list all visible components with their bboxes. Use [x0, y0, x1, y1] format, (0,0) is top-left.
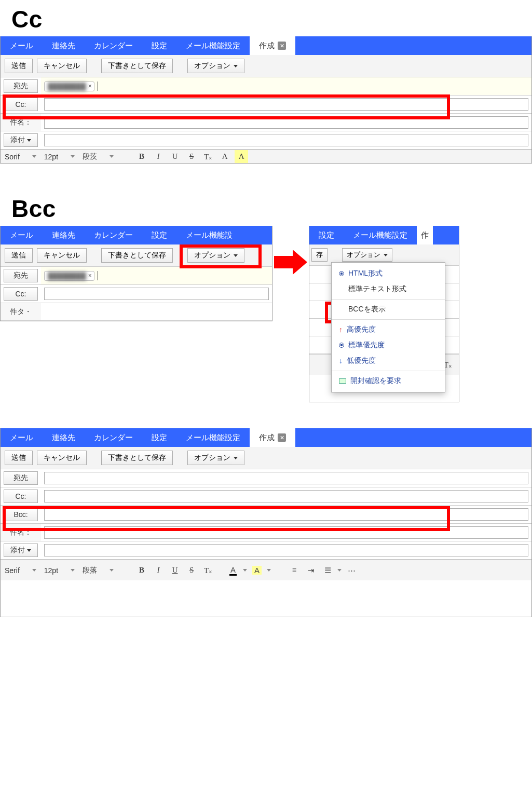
bg-color-button[interactable]: A [250, 564, 264, 577]
cc-input[interactable] [44, 288, 269, 300]
menu-normal-priority[interactable]: 標準優先度 [332, 337, 445, 353]
cancel-button[interactable]: キャンセル [37, 248, 87, 263]
bcc-button[interactable]: Bcc: [4, 508, 38, 521]
cc-button[interactable]: Cc: [4, 490, 38, 503]
row-attach: 添付 [1, 131, 531, 150]
strike-button[interactable]: S [185, 564, 198, 577]
size-select[interactable]: 12pt [44, 566, 79, 575]
underline-button[interactable]: U [168, 150, 182, 164]
bold-button[interactable]: B [135, 564, 148, 577]
close-icon[interactable]: ✕ [278, 433, 286, 442]
attach-input[interactable] [44, 134, 528, 146]
recipient-chip-text: ████████ [48, 272, 86, 280]
font-select[interactable]: Serif [5, 566, 41, 575]
bold-button[interactable]: B [135, 150, 148, 164]
tab-contacts[interactable]: 連絡先 [43, 428, 85, 447]
para-select[interactable]: 段茨 [83, 152, 118, 161]
save-draft-button[interactable]: 下書きとして保存 [101, 248, 173, 263]
send-button[interactable]: 送信 [5, 248, 33, 263]
tab-contacts[interactable]: 連絡先 [43, 226, 85, 244]
attach-input[interactable] [44, 544, 528, 556]
subject-input[interactable] [44, 116, 528, 129]
tab-compose[interactable]: 作成 ✕ [250, 428, 295, 447]
attach-button[interactable]: 添付 [4, 544, 38, 557]
cc-input[interactable] [44, 490, 528, 502]
tab-mail-func[interactable]: メール機能設定 [176, 428, 250, 447]
tab-mail-func-cut[interactable]: メール機能設 [176, 226, 242, 244]
para-select[interactable]: 段落 [83, 566, 118, 575]
italic-button[interactable]: I [152, 564, 165, 577]
send-button[interactable]: 送信 [5, 59, 33, 73]
bg-color-button[interactable]: A [235, 150, 248, 164]
tab-bar: 設定 メール機能設定 作 [309, 226, 459, 244]
recipient-chip[interactable]: ████████ × [44, 81, 94, 91]
options-button[interactable]: オプション [187, 59, 244, 73]
indent-button[interactable]: ⇥ [304, 564, 318, 577]
tab-compose-cut[interactable]: 作 [417, 226, 433, 244]
chevron-down-icon[interactable] [243, 569, 247, 572]
cc-input[interactable] [44, 98, 528, 111]
tab-mail[interactable]: メール [1, 226, 43, 244]
tab-mail-func[interactable]: メール機能設定 [176, 36, 250, 55]
to-input[interactable] [44, 472, 528, 484]
menu-high-priority[interactable]: ↑ 高優先度 [332, 322, 445, 337]
clear-format-button[interactable]: Tₓ [201, 564, 215, 577]
editor-toolbar: Serif 12pt 段落 B I U S Tₓ A A ≡ ⇥ ☰ ⋯ [1, 560, 531, 580]
size-select[interactable]: 12pt [44, 153, 79, 161]
tab-contacts[interactable]: 連絡先 [43, 36, 85, 55]
strike-button[interactable]: S [185, 150, 198, 164]
options-label: オプション [194, 453, 230, 463]
cc-button[interactable]: Cc: [4, 287, 38, 301]
save-draft-button[interactable]: 下書きとして保存 [101, 451, 173, 465]
to-button[interactable]: 宛先 [4, 471, 38, 485]
tab-settings[interactable]: 設定 [142, 226, 176, 244]
recipient-chip[interactable]: ████████ × [44, 271, 94, 281]
tab-mail[interactable]: メール [1, 36, 43, 55]
font-color-button[interactable]: A [218, 150, 231, 164]
chevron-down-icon[interactable] [337, 569, 342, 572]
clear-format-button[interactable]: Tₓ [201, 150, 215, 164]
editor-body[interactable] [1, 580, 531, 617]
editor-toolbar-cut: Sorif 12pt 段茨 B I U S Tₓ A A [1, 150, 531, 163]
options-button[interactable]: オプション [187, 451, 244, 465]
tab-compose[interactable]: 作成 ✕ [250, 36, 295, 55]
font-select[interactable]: Sorif [5, 153, 41, 161]
tab-calendar[interactable]: カレンダー [85, 226, 142, 244]
tab-settings[interactable]: 設定 [309, 226, 344, 244]
cancel-button[interactable]: キャンセル [37, 59, 87, 73]
menu-low-priority[interactable]: ↓ 低優先度 [332, 353, 445, 369]
italic-button[interactable]: I [152, 150, 165, 164]
align-button[interactable]: ≡ [288, 564, 301, 577]
list-button[interactable]: ☰ [321, 564, 334, 577]
tab-settings[interactable]: 設定 [142, 36, 176, 55]
options-button[interactable]: オプション [187, 248, 244, 263]
chip-remove-icon[interactable]: × [88, 272, 92, 279]
chip-remove-icon[interactable]: × [88, 83, 92, 90]
chevron-down-icon[interactable] [267, 569, 271, 572]
attach-label: 添付 [10, 546, 25, 555]
attach-button[interactable]: 添付 [4, 133, 38, 147]
menu-read-receipt[interactable]: 開封確認を要求 [332, 373, 445, 389]
send-button[interactable]: 送信 [5, 451, 33, 465]
more-button[interactable]: ⋯ [345, 564, 358, 577]
menu-show-bcc[interactable]: BCCを表示 [332, 302, 445, 317]
menu-html-format[interactable]: HTML形式 [332, 266, 445, 281]
options-button[interactable]: オプション [342, 248, 392, 262]
tab-mail-func[interactable]: メール機能設定 [344, 226, 417, 244]
underline-button[interactable]: U [168, 564, 182, 577]
save-draft-button-cut[interactable]: 存 [311, 248, 328, 262]
font-color-button[interactable]: A [226, 564, 240, 577]
cancel-button[interactable]: キャンセル [37, 451, 87, 465]
tab-calendar[interactable]: カレンダー [85, 428, 142, 447]
to-button[interactable]: 宛先 [4, 269, 38, 282]
bcc-input[interactable] [44, 508, 528, 521]
save-draft-button[interactable]: 下書きとして保存 [101, 59, 173, 73]
to-button[interactable]: 宛先 [4, 79, 38, 93]
subject-input[interactable] [44, 526, 528, 539]
tab-settings[interactable]: 設定 [142, 428, 176, 447]
cc-button[interactable]: Cc: [4, 98, 38, 111]
menu-plain-format[interactable]: 標準テキスト形式 [332, 281, 445, 297]
tab-calendar[interactable]: カレンダー [85, 36, 142, 55]
tab-mail[interactable]: メール [1, 428, 43, 447]
close-icon[interactable]: ✕ [278, 42, 286, 50]
